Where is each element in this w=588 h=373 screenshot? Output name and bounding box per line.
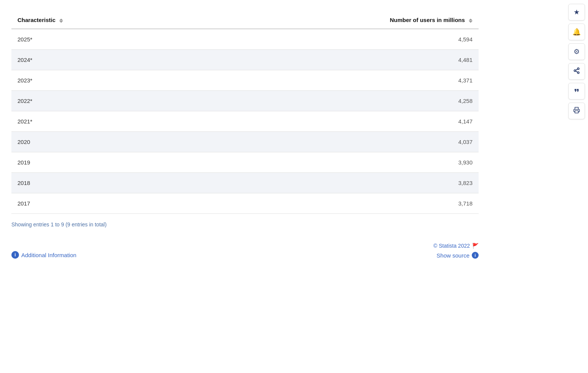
settings-button[interactable]: ⚙ (568, 43, 585, 60)
additional-info-label: Additional Information (21, 252, 76, 258)
svg-rect-5 (575, 111, 579, 113)
characteristic-cell: 2017 (11, 193, 188, 214)
table-row: 2023*4,371 (11, 70, 479, 91)
col1-sort-icon[interactable] (59, 19, 63, 23)
show-source-icon: i (472, 252, 479, 259)
table-row: 20173,718 (11, 193, 479, 214)
star-icon: ★ (574, 8, 580, 16)
print-icon (573, 107, 580, 115)
characteristic-cell: 2022* (11, 91, 188, 111)
col2-sort-icon[interactable] (469, 19, 473, 23)
col1-header[interactable]: Characteristic (11, 11, 188, 29)
value-cell: 4,037 (188, 132, 479, 152)
table-row: 2025*4,594 (11, 29, 479, 50)
main-content: Characteristic Number of users in millio… (0, 0, 490, 373)
characteristic-cell: 2020 (11, 132, 188, 152)
value-cell: 4,481 (188, 50, 479, 70)
additional-info-link[interactable]: i Additional Information (11, 251, 76, 259)
bell-icon: 🔔 (572, 28, 581, 36)
show-source-text: Show source (436, 252, 469, 259)
copyright-text: © Statista 2022 (433, 243, 470, 249)
svg-line-3 (575, 71, 577, 72)
value-cell: 3,930 (188, 152, 479, 173)
sidebar: ★ 🔔 ⚙ (565, 0, 588, 123)
col2-header-text: Number of users in millions (390, 17, 465, 23)
characteristic-cell: 2023* (11, 70, 188, 91)
show-source-link[interactable]: Show source i (436, 252, 479, 259)
gear-icon: ⚙ (574, 47, 580, 56)
right-footer: © Statista 2022 🚩 Show source i (433, 243, 479, 259)
table-row: 20183,823 (11, 173, 479, 193)
characteristic-cell: 2024* (11, 50, 188, 70)
notification-button[interactable]: 🔔 (568, 24, 585, 40)
flag-icon: 🚩 (472, 243, 479, 249)
entries-text: Showing entries 1 to 9 (9 entries in tot… (11, 221, 107, 228)
data-table: Characteristic Number of users in millio… (11, 11, 479, 214)
characteristic-cell: 2021* (11, 111, 188, 132)
footer-bottom: i Additional Information © Statista 2022… (11, 243, 479, 259)
table-row: 2022*4,258 (11, 91, 479, 111)
share-icon (573, 67, 580, 76)
col1-header-text: Characteristic (17, 17, 55, 23)
entries-info: Showing entries 1 to 9 (9 entries in tot… (11, 221, 479, 228)
value-cell: 4,371 (188, 70, 479, 91)
quote-icon (573, 87, 580, 96)
table-row: 20204,037 (11, 132, 479, 152)
characteristic-cell: 2019 (11, 152, 188, 173)
value-cell: 3,823 (188, 173, 479, 193)
table-row: 2024*4,481 (11, 50, 479, 70)
characteristic-cell: 2025* (11, 29, 188, 50)
copyright-line: © Statista 2022 🚩 (433, 243, 479, 249)
star-button[interactable]: ★ (568, 4, 585, 21)
share-button[interactable] (568, 63, 585, 80)
table-row: 20193,930 (11, 152, 479, 173)
quote-button[interactable] (568, 83, 585, 100)
col2-header[interactable]: Number of users in millions (188, 11, 479, 29)
table-row: 2021*4,147 (11, 111, 479, 132)
svg-line-4 (575, 69, 577, 70)
print-button[interactable] (568, 103, 585, 119)
additional-info-icon: i (11, 251, 19, 259)
value-cell: 4,147 (188, 111, 479, 132)
value-cell: 4,594 (188, 29, 479, 50)
characteristic-cell: 2018 (11, 173, 188, 193)
value-cell: 4,258 (188, 91, 479, 111)
value-cell: 3,718 (188, 193, 479, 214)
